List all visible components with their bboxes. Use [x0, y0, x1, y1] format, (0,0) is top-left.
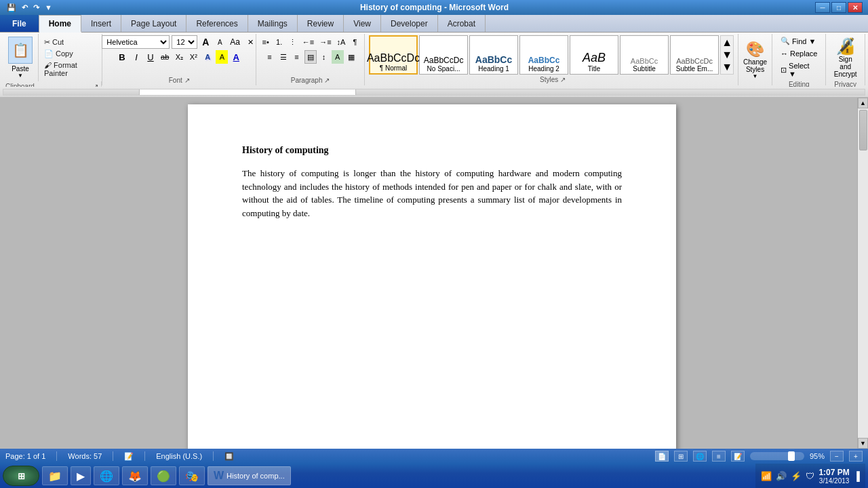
print-layout-button[interactable]: 📄	[655, 451, 669, 462]
scroll-down-button[interactable]: ▼	[858, 438, 868, 449]
full-screen-button[interactable]: ⊞	[674, 451, 688, 462]
subscript-button[interactable]: X₂	[173, 50, 185, 64]
taskbar-explorer[interactable]: 📁	[42, 466, 68, 485]
highlight-button[interactable]: A	[216, 50, 228, 64]
clear-formatting-button[interactable]: ✕	[244, 35, 256, 49]
style-heading1[interactable]: AaBbCc Heading 1	[469, 35, 518, 75]
save-button[interactable]: 💾	[5, 3, 18, 12]
style-heading2[interactable]: AaBbCc Heading 2	[519, 35, 568, 75]
tab-review[interactable]: Review	[298, 15, 344, 32]
align-right-button[interactable]: ≡	[291, 50, 303, 64]
draft-button[interactable]: 📝	[731, 451, 745, 462]
network-icon[interactable]: 📶	[761, 471, 772, 481]
spell-check[interactable]: 📝	[124, 452, 134, 461]
increase-indent-button[interactable]: →≡	[317, 35, 333, 49]
bold-button[interactable]: B	[116, 50, 128, 64]
tab-mailings[interactable]: Mailings	[248, 15, 298, 32]
superscript-button[interactable]: X²	[187, 50, 199, 64]
format-painter-button[interactable]: 🖌 Format Painter	[41, 60, 99, 78]
style-normal[interactable]: AaBbCcDc ¶ Normal	[369, 35, 418, 75]
styles-list: AaBbCcDc ¶ Normal AaBbCcDc No Spaci... A…	[369, 35, 734, 75]
tab-view[interactable]: View	[344, 15, 381, 32]
numbering-button[interactable]: 1.	[273, 35, 285, 49]
document-area[interactable]: History of computing The history of comp…	[7, 98, 857, 449]
taskbar-word[interactable]: W History of comp...	[208, 466, 291, 485]
taskbar-app[interactable]: 🎭	[179, 466, 205, 485]
security-icon[interactable]: 🛡	[806, 471, 814, 481]
borders-button[interactable]: ▦	[345, 50, 357, 64]
sort-button[interactable]: ↕A	[335, 35, 348, 49]
more-styles-button[interactable]: ▲ ▼ ▼	[720, 35, 734, 75]
zoom-out-button[interactable]: −	[830, 451, 844, 462]
text-effects-button[interactable]: A	[201, 50, 214, 64]
align-left-button[interactable]: ≡	[264, 50, 276, 64]
taskbar-mediaplayer[interactable]: ▶	[71, 466, 91, 485]
justify-button[interactable]: ▤	[304, 50, 317, 64]
minimize-button[interactable]: ─	[815, 2, 830, 13]
scroll-thumb[interactable]	[859, 110, 867, 150]
zoom-in-button[interactable]: +	[849, 451, 863, 462]
bullets-button[interactable]: ≡•	[260, 35, 272, 49]
redo-button[interactable]: ↷	[32, 3, 41, 12]
battery-icon[interactable]: ⚡	[791, 471, 802, 481]
cut-button[interactable]: ✂ Cut	[41, 37, 99, 47]
style-subtitle[interactable]: AaBbCc Subtitle	[620, 35, 669, 75]
decrease-indent-button[interactable]: ←≡	[300, 35, 316, 49]
show-desktop-button[interactable]: ▐	[854, 471, 860, 481]
customize-quick-access[interactable]: ▼	[43, 3, 54, 12]
paste-button[interactable]: 📋 Paste ▼	[3, 34, 39, 81]
outline-button[interactable]: ≡	[712, 451, 726, 462]
document-body[interactable]: The history of computing is longer than …	[242, 167, 622, 220]
sign-encrypt-button[interactable]: 🔏 Sign andEncrypt	[830, 35, 861, 79]
line-spacing-button[interactable]: ↕	[318, 50, 330, 64]
show-formatting-button[interactable]: ¶	[349, 35, 361, 49]
copy-button[interactable]: 📄 Copy	[41, 49, 99, 59]
strikethrough-button[interactable]: ab	[159, 50, 171, 64]
tab-home[interactable]: Home	[39, 15, 81, 33]
center-button[interactable]: ☰	[277, 50, 290, 64]
shading-button[interactable]: A	[332, 50, 344, 64]
taskbar-ie[interactable]: 🌐	[94, 466, 119, 485]
tab-acrobat[interactable]: Acrobat	[438, 15, 486, 32]
replace-button[interactable]: ↔ Replace	[776, 48, 821, 59]
change-case-button[interactable]: Aa	[228, 35, 242, 49]
find-button[interactable]: 🔍 Find ▼	[776, 35, 820, 47]
tab-developer[interactable]: Developer	[381, 15, 438, 32]
start-button[interactable]: ⊞	[3, 466, 39, 486]
font-size-select[interactable]: 12.5	[172, 35, 197, 49]
grow-font-button[interactable]: A	[199, 35, 212, 49]
close-button[interactable]: ✕	[848, 2, 863, 13]
document-page[interactable]: History of computing The history of comp…	[188, 104, 676, 449]
tab-page-layout[interactable]: Page Layout	[121, 15, 186, 32]
web-layout-button[interactable]: 🌐	[693, 451, 707, 462]
taskbar-chrome[interactable]: 🟢	[151, 466, 176, 485]
style-no-spacing[interactable]: AaBbCcDc No Spaci...	[419, 35, 468, 75]
multilevel-list-button[interactable]: ⋮	[287, 35, 299, 49]
font-color-button[interactable]: A	[230, 50, 242, 64]
taskbar-firefox[interactable]: 🦊	[122, 466, 148, 485]
underline-button[interactable]: U	[144, 50, 157, 64]
scroll-up-button[interactable]: ▲	[858, 98, 868, 108]
styles-expand[interactable]: ↗	[560, 76, 566, 83]
restore-button[interactable]: □	[831, 2, 846, 13]
change-styles-button[interactable]: 🎨 ChangeStyles ▼	[743, 41, 767, 79]
tab-references[interactable]: References	[186, 15, 248, 32]
vertical-scrollbar[interactable]: ▲ ▼	[857, 98, 868, 449]
font-name-select[interactable]: Helvetica	[102, 35, 170, 49]
tab-file[interactable]: File	[0, 15, 39, 32]
paragraph-expand[interactable]: ↗	[324, 77, 330, 84]
volume-icon[interactable]: 🔊	[776, 471, 787, 481]
style-title[interactable]: AaB Title	[570, 35, 618, 75]
select-button[interactable]: ⊡ Select ▼	[776, 60, 821, 79]
zoom-slider[interactable]	[750, 452, 804, 460]
zoom-thumb[interactable]	[788, 451, 795, 461]
system-clock[interactable]: 1:07 PM 3/14/2013	[818, 468, 849, 485]
scroll-track[interactable]	[858, 108, 868, 438]
font-expand[interactable]: ↗	[184, 77, 190, 84]
style-subtle-em[interactable]: AaBbCcDc Subtle Em...	[670, 35, 719, 75]
undo-button[interactable]: ↶	[20, 3, 29, 12]
shrink-font-button[interactable]: A	[214, 35, 226, 49]
tab-insert[interactable]: Insert	[81, 15, 121, 32]
italic-button[interactable]: I	[130, 50, 142, 64]
macro-button[interactable]: 🔲	[224, 452, 234, 461]
